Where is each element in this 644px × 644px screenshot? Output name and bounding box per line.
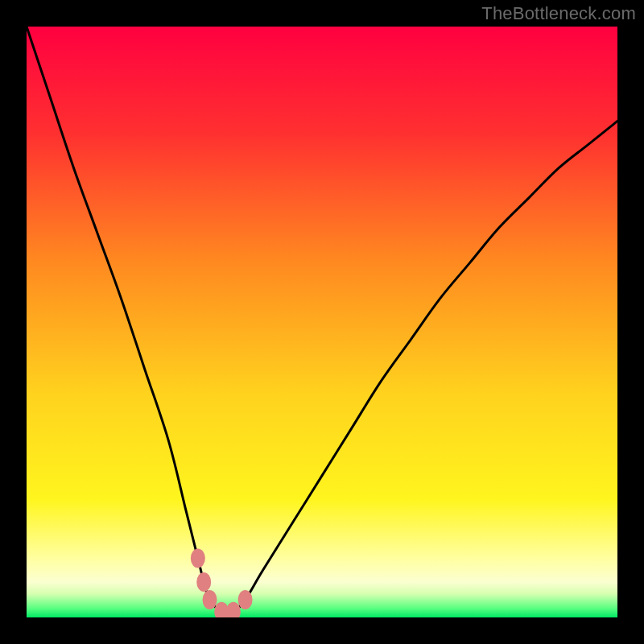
min-marker [191, 549, 205, 568]
min-marker [196, 572, 211, 592]
gradient-background [27, 27, 617, 617]
bottleneck-curve-chart [27, 27, 617, 617]
min-marker [238, 590, 253, 609]
min-marker [203, 590, 217, 609]
watermark-text: TheBottleneck.com [481, 3, 636, 24]
chart-frame: TheBottleneck.com [0, 0, 644, 644]
